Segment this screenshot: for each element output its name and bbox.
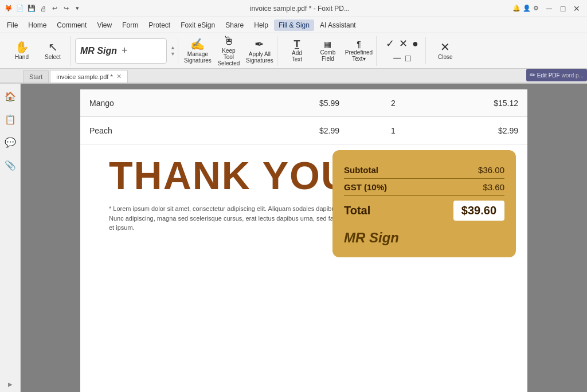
- edit-pdf-button[interactable]: ✏ Edit PDF word p...: [526, 69, 587, 81]
- tab-bar-right: ✏ Edit PDF word p...: [526, 69, 587, 81]
- scroll-up-arrow[interactable]: ▲: [170, 45, 175, 51]
- toolbar-text-section: T̲ AddText ▦ CombField ¶ PredefinedText▾: [280, 36, 377, 66]
- hand-tool-button[interactable]: ✋ Hand: [7, 36, 37, 66]
- toolbar: ✋ Hand ↖ Select MR Sign + ▲ ▼ ✍ ManageSi…: [0, 33, 587, 69]
- gst-row: GST (10%) $3.60: [344, 179, 504, 196]
- add-text-icon: T̲: [294, 40, 300, 49]
- window-controls[interactable]: ─ □ ✕: [543, 3, 582, 14]
- apply-all-icon: ✒: [255, 38, 264, 50]
- price-cell: $5.99: [259, 94, 349, 112]
- maximize-button[interactable]: □: [557, 3, 569, 14]
- keep-tool-icon: 🖱: [223, 35, 234, 46]
- manage-signatures-button[interactable]: ✍ ManageSignatures: [183, 36, 213, 66]
- menu-help[interactable]: Help: [249, 19, 273, 31]
- print-icon[interactable]: 🖨: [39, 5, 47, 13]
- main-layout: 🏠 📋 💬 📎 ▶ Mango $5.99 2 $15.12 Peach $2.…: [0, 84, 587, 392]
- close-button[interactable]: ✕: [571, 3, 582, 14]
- sidebar-pages-button[interactable]: 📋: [2, 111, 18, 127]
- app-icon: 🦊: [5, 5, 13, 13]
- content-area: Mango $5.99 2 $15.12 Peach $2.99 1 $2.99…: [21, 84, 587, 392]
- select-tool-button[interactable]: ↖ Select: [38, 36, 68, 66]
- subtotal-value: $36.00: [478, 165, 504, 175]
- sidebar-attachments-button[interactable]: 📎: [2, 157, 18, 173]
- add-signature-button[interactable]: +: [122, 45, 128, 57]
- undo-icon[interactable]: ↩: [50, 5, 58, 13]
- menu-ai-assistant[interactable]: AI Assistant: [315, 19, 361, 31]
- keep-tool-selected-button[interactable]: 🖱 Keep ToolSelected: [214, 36, 244, 66]
- table-row: Peach $2.99 1 $2.99: [80, 117, 527, 144]
- invoice-table: Mango $5.99 2 $15.12 Peach $2.99 1 $2.99: [80, 89, 527, 144]
- gst-value: $3.60: [483, 182, 504, 192]
- menu-bar: File Home Comment View Form Protect Foxi…: [0, 17, 587, 33]
- apply-all-signatures-button[interactable]: ✒ Apply AllSignatures: [245, 36, 275, 66]
- x-mark-button[interactable]: ✕: [399, 37, 408, 50]
- subtotal-label: Subtotal: [344, 165, 378, 175]
- sidebar: 🏠 📋 💬 📎 ▶: [0, 84, 21, 392]
- close-toolbar-button[interactable]: ✕ Close: [431, 36, 460, 66]
- qty-cell: 1: [349, 121, 438, 140]
- signature-name: MR Sign: [80, 46, 117, 56]
- tab-close-button[interactable]: ✕: [116, 73, 122, 80]
- predefined-icon: ¶: [357, 40, 361, 48]
- signature-section: MR Sign + ▲ ▼: [73, 38, 178, 64]
- comb-field-icon: ▦: [324, 40, 331, 48]
- save-icon[interactable]: 💾: [28, 5, 36, 13]
- minimize-button[interactable]: ─: [543, 3, 555, 14]
- square-button[interactable]: □: [405, 53, 411, 64]
- redo-icon[interactable]: ↪: [62, 5, 70, 13]
- window-title: invoice sample.pdf * - Foxit PD...: [87, 5, 512, 13]
- scroll-down-arrow[interactable]: ▼: [170, 51, 175, 57]
- item-cell: Peach: [80, 121, 259, 140]
- menu-share[interactable]: Share: [221, 19, 248, 31]
- sidebar-home-button[interactable]: 🏠: [2, 88, 18, 104]
- checkmark-button[interactable]: ✓: [386, 37, 394, 50]
- signature-display: MR Sign +: [75, 38, 167, 64]
- menu-file[interactable]: File: [2, 19, 22, 31]
- price-cell: $2.99: [259, 121, 349, 140]
- total-value: $39.60: [453, 201, 504, 221]
- total-label: Total: [344, 204, 370, 217]
- menu-comment[interactable]: Comment: [52, 19, 91, 31]
- menu-view[interactable]: View: [92, 19, 116, 31]
- sidebar-comments-button[interactable]: 💬: [2, 134, 18, 150]
- thankyou-section: THANK YOU * Lorem ipsum dolor sit amet, …: [80, 144, 527, 244]
- pdf-page: Mango $5.99 2 $15.12 Peach $2.99 1 $2.99…: [80, 89, 527, 392]
- item-cell: Mango: [80, 94, 259, 112]
- title-bar-app-icons: 🦊 📄 💾 🖨 ↩ ↪ ▾: [5, 5, 81, 13]
- hand-icon: ✋: [15, 41, 29, 53]
- total-cell: $15.12: [438, 94, 527, 112]
- tab-invoice[interactable]: invoice sample.pdf * ✕: [50, 70, 127, 83]
- gst-label: GST (10%): [344, 182, 387, 192]
- title-bar: 🦊 📄 💾 🖨 ↩ ↪ ▾ invoice sample.pdf * - Fox…: [0, 0, 587, 17]
- circle-button[interactable]: ●: [412, 38, 418, 50]
- toolbar-main-buttons: ✍ ManageSignatures 🖱 Keep ToolSelected ✒…: [181, 36, 277, 66]
- menu-foxit-esign[interactable]: Foxit eSign: [176, 19, 220, 31]
- signature-scroll[interactable]: ▲ ▼: [170, 45, 175, 57]
- toolbar-tools-section: ✋ Hand ↖ Select: [5, 36, 71, 66]
- total-row: Total $39.60: [344, 196, 504, 225]
- predefined-text-button[interactable]: ¶ PredefinedText▾: [344, 36, 374, 66]
- menu-fill-sign[interactable]: Fill & Sign: [274, 19, 314, 31]
- comb-field-button[interactable]: ▦ CombField: [313, 36, 343, 66]
- qty-cell: 2: [349, 94, 438, 112]
- tab-bar: Start invoice sample.pdf * ✕ ✏ Edit PDF …: [0, 69, 587, 84]
- manage-sig-icon: ✍: [190, 38, 205, 50]
- minus-button[interactable]: ─: [393, 52, 401, 64]
- dropdown-icon[interactable]: ▾: [73, 5, 81, 13]
- file-icon[interactable]: 📄: [16, 5, 24, 13]
- menu-form[interactable]: Form: [118, 19, 143, 31]
- add-text-button[interactable]: T̲ AddText: [282, 36, 312, 66]
- menu-home[interactable]: Home: [24, 19, 51, 31]
- tab-start[interactable]: Start: [23, 70, 49, 83]
- total-cell: $2.99: [438, 121, 527, 140]
- sidebar-expand-arrow[interactable]: ▶: [8, 381, 13, 387]
- toolbar-symbols-group: ✓ ✕ ● ─ □: [381, 37, 423, 64]
- select-icon: ↖: [48, 41, 58, 53]
- toolbar-symbols-section: ✓ ✕ ● ─ □: [379, 37, 426, 64]
- brand-name: MR Sign: [344, 230, 504, 246]
- summary-box: Subtotal $36.00 GST (10%) $3.60 Total $3…: [332, 150, 516, 257]
- table-row: Mango $5.99 2 $15.12: [80, 89, 527, 117]
- editor-icon: ✏: [530, 71, 535, 79]
- menu-protect[interactable]: Protect: [144, 19, 175, 31]
- close-icon: ✕: [440, 41, 450, 53]
